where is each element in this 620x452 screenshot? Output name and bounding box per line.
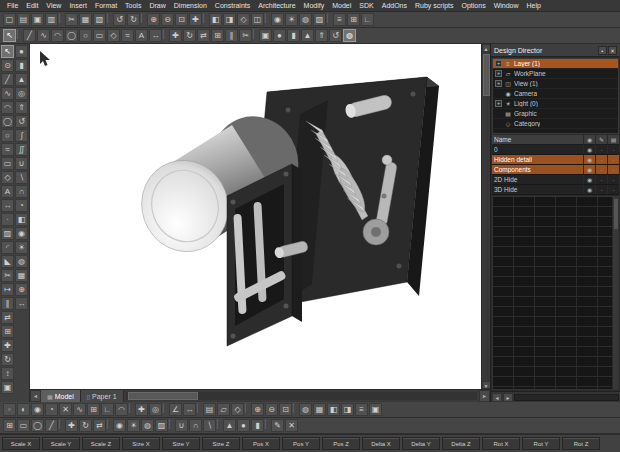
layers-icon[interactable]: ≡: [355, 403, 368, 416]
line-icon[interactable]: ╱: [1, 73, 14, 86]
material-mode-icon[interactable]: ▨: [155, 419, 168, 432]
loft-icon[interactable]: ∬: [15, 143, 28, 156]
separator[interactable]: ▏: [163, 403, 168, 416]
light-icon[interactable]: ☀: [285, 13, 298, 26]
union-mode-icon[interactable]: ∪: [175, 419, 188, 432]
center-snap-icon[interactable]: ◉: [31, 403, 44, 416]
sphere-icon[interactable]: ●: [15, 45, 28, 58]
print-column-icon[interactable]: ▤: [607, 135, 619, 144]
expander-icon[interactable]: +: [495, 80, 502, 87]
sphere-mode-icon[interactable]: ●: [237, 419, 250, 432]
separator[interactable]: ▏: [107, 13, 112, 26]
cylinder-mode-icon[interactable]: ▮: [251, 419, 264, 432]
menu-item[interactable]: Modify: [300, 0, 329, 12]
separator[interactable]: ▏: [245, 403, 250, 416]
panel-title-bar[interactable]: Design Director ▪✕: [491, 44, 620, 57]
workplane-origin-icon[interactable]: ▱: [217, 403, 230, 416]
select-tool-icon[interactable]: ↖: [3, 29, 16, 42]
tree-row[interactable]: + ☀ Light (0): [493, 99, 618, 109]
inspector-field[interactable]: Size Z: [202, 437, 240, 450]
menu-item[interactable]: Model: [328, 0, 355, 12]
expander-icon[interactable]: +: [495, 100, 502, 107]
text-icon[interactable]: A: [1, 185, 14, 198]
new-icon[interactable]: ▢: [3, 13, 16, 26]
separator[interactable]: ▏: [59, 419, 64, 432]
ellipse-icon[interactable]: ○: [1, 129, 14, 142]
menu-item[interactable]: Window: [490, 0, 523, 12]
facet-edit-icon[interactable]: ◧: [15, 213, 28, 226]
menu-item[interactable]: Insert: [65, 0, 91, 12]
tree-row[interactable]: ▤ Graphic: [493, 109, 618, 119]
cone-tool-icon[interactable]: ▲: [301, 29, 314, 42]
extrude-tool-icon[interactable]: ⇑: [315, 29, 328, 42]
menu-item[interactable]: AddOns: [378, 0, 411, 12]
tab-scroll-left-button[interactable]: ◄: [30, 390, 41, 402]
render-mode-icon[interactable]: ◍: [343, 29, 356, 42]
pin-button[interactable]: ▪: [598, 46, 607, 55]
material-icon[interactable]: ▦: [15, 269, 28, 282]
inspector-field[interactable]: Delta Y: [402, 437, 440, 450]
hatch-icon[interactable]: ▨: [1, 227, 14, 240]
polyline-icon[interactable]: ∿: [1, 87, 14, 100]
box-tool-icon[interactable]: ▣: [259, 29, 272, 42]
boolean-intersect-icon[interactable]: ∩: [15, 185, 28, 198]
zoom-icon[interactable]: ⊕: [15, 283, 28, 296]
move-mode-icon[interactable]: ✚: [65, 419, 78, 432]
drawing-canvas[interactable]: [30, 44, 481, 389]
undo-icon[interactable]: ↺: [113, 13, 126, 26]
intersection-snap-icon[interactable]: ✕: [59, 403, 72, 416]
nearest-snap-icon[interactable]: ∿: [73, 403, 86, 416]
grid-snap-icon[interactable]: ⊞: [87, 403, 100, 416]
midpoint-snap-icon[interactable]: ◐: [17, 403, 30, 416]
revolve-tool-icon[interactable]: ↺: [329, 29, 342, 42]
arc-icon[interactable]: ◠: [1, 101, 14, 114]
view-front-icon[interactable]: ◫: [251, 13, 264, 26]
edit-mode-icon[interactable]: ✎: [271, 419, 284, 432]
scrollbar-track[interactable]: [514, 394, 619, 401]
line-tool-icon[interactable]: ╱: [23, 29, 36, 42]
move-tool-icon[interactable]: ✚: [169, 29, 182, 42]
cut-icon[interactable]: ✂: [65, 13, 78, 26]
close-button[interactable]: ✕: [608, 46, 617, 55]
separator[interactable]: ▏: [265, 13, 270, 26]
print-icon[interactable]: ·: [607, 155, 619, 164]
separator[interactable]: ▏: [197, 403, 202, 416]
separator[interactable]: ▏: [169, 419, 174, 432]
circle-tool-icon[interactable]: ◯: [65, 29, 78, 42]
scrollbar-thumb[interactable]: [128, 392, 198, 400]
tree-row[interactable]: ◇ Category: [493, 119, 618, 129]
point-icon[interactable]: ·: [1, 213, 14, 226]
aperture-icon[interactable]: ◎: [149, 403, 162, 416]
extend-icon[interactable]: ↦: [1, 283, 14, 296]
layers-icon[interactable]: ≡: [333, 13, 346, 26]
inspector-field[interactable]: Rot Z: [562, 437, 600, 450]
expander-icon[interactable]: [495, 90, 502, 97]
cone-mode-icon[interactable]: ▲: [223, 419, 236, 432]
move-icon[interactable]: ✚: [1, 339, 14, 352]
visibility-icon[interactable]: ◉: [583, 155, 595, 164]
separator[interactable]: ▏: [293, 403, 298, 416]
inspector-field[interactable]: Rot Y: [522, 437, 560, 450]
print-icon[interactable]: ·: [607, 175, 619, 184]
distance-icon[interactable]: ↔: [183, 403, 196, 416]
visibility-icon[interactable]: ◉: [583, 185, 595, 194]
2D Hide[interactable]: 2D Hide ◉ · ·: [492, 175, 619, 185]
workplane-3pt-icon[interactable]: ◇: [231, 403, 244, 416]
subtract-mode-icon[interactable]: ∖: [203, 419, 216, 432]
offset-tool-icon[interactable]: ∥: [225, 29, 238, 42]
spline-tool-icon[interactable]: ≈: [121, 29, 134, 42]
light-icon[interactable]: ☀: [15, 241, 28, 254]
separator[interactable]: ▏: [141, 13, 146, 26]
camera-icon[interactable]: ◉: [271, 13, 284, 26]
rect-mode-icon[interactable]: ▭: [17, 419, 30, 432]
angle-icon[interactable]: ∠: [169, 403, 182, 416]
camera-mode-icon[interactable]: ◉: [113, 419, 126, 432]
inspector-field[interactable]: Pos X: [242, 437, 280, 450]
line-mode-icon[interactable]: ╱: [45, 419, 58, 432]
scrollbar-thumb[interactable]: [614, 199, 618, 229]
rotate-mode-icon[interactable]: ↻: [79, 419, 92, 432]
intersect-mode-icon[interactable]: ∩: [189, 419, 202, 432]
menu-item[interactable]: Help: [523, 0, 545, 12]
zoom-out-icon[interactable]: ⊖: [161, 13, 174, 26]
mirror-mode-icon[interactable]: ⇄: [93, 419, 106, 432]
